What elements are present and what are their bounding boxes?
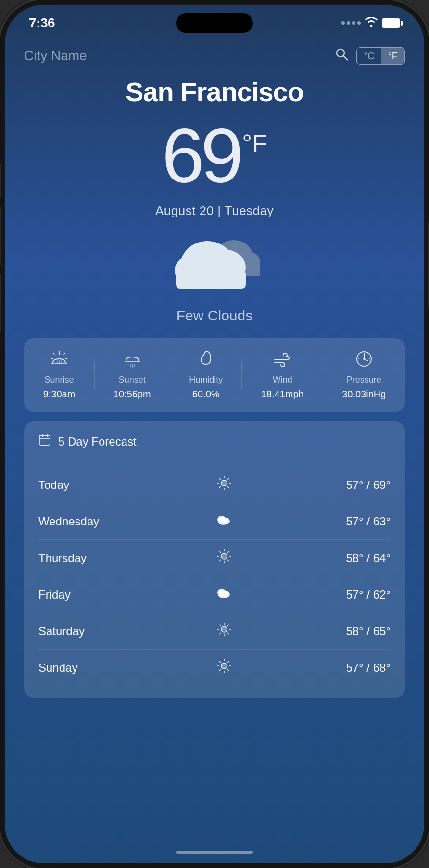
forecast-row-today: Today 5 <box>38 467 391 503</box>
svg-line-28 <box>227 486 229 488</box>
signal-dot-3 <box>352 21 355 25</box>
humidity-stat: Humidity 60.0% <box>189 350 223 400</box>
city-input-container[interactable] <box>24 46 328 66</box>
forecast-row-thursday: Thursday <box>38 540 391 576</box>
wind-icon <box>274 350 291 371</box>
svg-line-51 <box>219 625 221 626</box>
sunset-icon <box>124 350 141 371</box>
main-content: San Francisco 69 °F August 20 | Tuesday <box>5 71 424 702</box>
signal-dot-2 <box>347 21 350 25</box>
dynamic-island <box>176 13 253 33</box>
weather-icon-container <box>24 233 405 295</box>
phone-screen: 7:36 <box>5 5 424 863</box>
forecast-day-sunday: Sunday <box>38 661 135 675</box>
forecast-temps-wednesday: 57° / 63° <box>314 515 391 528</box>
search-button[interactable] <box>335 47 349 65</box>
forecast-title: 5 Day Forecast <box>58 435 137 448</box>
forecast-icon-sunday <box>216 658 232 677</box>
temperature-unit: °F <box>242 129 267 158</box>
unit-toggle: °C °F <box>356 47 405 65</box>
wind-stat: Wind 18.41mph <box>261 350 304 400</box>
forecast-row-saturday: Saturday <box>38 613 391 650</box>
home-indicator <box>176 851 253 854</box>
svg-point-45 <box>217 589 226 597</box>
svg-line-52 <box>227 633 229 634</box>
forecast-icon-saturday <box>216 622 232 640</box>
svg-line-1 <box>343 56 348 60</box>
svg-point-55 <box>221 663 227 669</box>
forecast-temps-thursday: 58° / 64° <box>314 551 391 565</box>
forecast-day-friday: Friday <box>38 588 135 601</box>
signal-dots <box>341 21 361 25</box>
sunset-label: Sunset <box>119 375 146 385</box>
sunrise-label: Sunrise <box>44 375 74 385</box>
humidity-icon <box>199 350 213 371</box>
forecast-icon-wednesday <box>216 512 232 531</box>
svg-point-22 <box>221 480 227 486</box>
svg-line-61 <box>227 669 229 671</box>
calendar-icon <box>38 434 51 449</box>
forecast-row-friday: Friday 57° / 62° <box>38 576 391 613</box>
phone-frame: 7:36 <box>0 0 429 868</box>
signal-dot-4 <box>357 21 361 25</box>
forecast-day-today: Today <box>38 478 135 492</box>
svg-line-14 <box>364 359 368 361</box>
svg-rect-8 <box>176 270 246 289</box>
svg-line-60 <box>219 661 221 663</box>
pressure-icon <box>355 350 373 371</box>
svg-point-34 <box>221 553 227 559</box>
forecast-row-sunday: Sunday <box>38 650 391 686</box>
svg-point-33 <box>217 516 226 523</box>
svg-rect-18 <box>39 435 50 445</box>
svg-point-46 <box>221 626 227 632</box>
svg-line-42 <box>219 560 221 561</box>
weather-condition: Few Clouds <box>24 307 405 324</box>
svg-line-27 <box>219 478 221 480</box>
forecast-icon-thursday <box>216 549 232 567</box>
pressure-value: 30.03inHg <box>342 389 386 400</box>
svg-line-62 <box>227 661 229 663</box>
humidity-value: 60.0% <box>192 389 220 400</box>
svg-line-40 <box>227 560 229 561</box>
sunset-stat: Sunset 10:56pm <box>114 350 151 400</box>
forecast-temps-saturday: 58° / 65° <box>314 625 391 638</box>
date-display: August 20 | Tuesday <box>24 204 405 218</box>
signal-dot-1 <box>341 21 345 25</box>
humidity-label: Humidity <box>189 375 223 385</box>
status-time: 7:36 <box>29 15 55 31</box>
sunrise-value: 9:30am <box>43 389 76 400</box>
pressure-label: Pressure <box>347 375 381 385</box>
sunrise-stat: Sunrise 9:30am <box>43 350 76 400</box>
forecast-day-thursday: Thursday <box>38 551 135 565</box>
forecast-temps-today: 57° / 69° <box>314 478 391 492</box>
status-icons <box>341 16 400 30</box>
svg-line-30 <box>219 486 221 488</box>
wifi-icon <box>365 16 378 30</box>
forecast-row-wednesday: Wednesday 57° / 63° <box>38 503 391 540</box>
pressure-stat: Pressure 30.03inHg <box>342 350 386 400</box>
forecast-icon-today <box>216 475 232 494</box>
sunrise-icon <box>50 350 68 371</box>
svg-line-63 <box>219 669 221 671</box>
temperature-display: 69 °F <box>24 117 405 194</box>
stats-bar: Sunrise 9:30am Sunset 10:56pm <box>24 338 405 412</box>
svg-line-29 <box>227 478 229 480</box>
forecast-day-wednesday: Wednesday <box>38 515 135 528</box>
forecast-card: 5 Day Forecast Today <box>24 421 405 698</box>
svg-line-54 <box>219 633 221 634</box>
city-name-input[interactable] <box>24 46 328 66</box>
forecast-header: 5 Day Forecast <box>38 434 391 457</box>
svg-point-0 <box>337 49 344 57</box>
battery-icon <box>382 18 400 28</box>
city-name-display: San Francisco <box>24 76 405 107</box>
forecast-day-saturday: Saturday <box>38 625 135 638</box>
svg-line-53 <box>227 625 229 626</box>
wind-label: Wind <box>273 375 292 385</box>
celsius-button[interactable]: °C <box>357 48 381 64</box>
forecast-temps-sunday: 57° / 68° <box>314 661 391 675</box>
sunset-value: 10:56pm <box>114 389 151 400</box>
wind-value: 18.41mph <box>261 389 304 400</box>
svg-line-39 <box>219 551 221 553</box>
search-bar: °C °F <box>5 36 424 71</box>
fahrenheit-button[interactable]: °F <box>381 48 404 64</box>
